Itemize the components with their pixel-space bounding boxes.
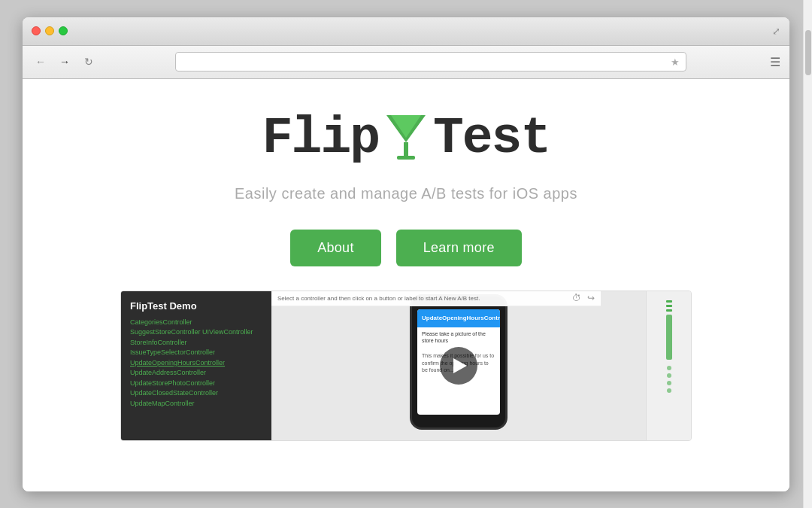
video-right-panel [646,291,691,440]
indicator-2 [666,305,672,307]
video-title: FlipTest Demo [130,300,262,312]
maximize-button[interactable] [59,26,68,35]
phone-screen-title: UpdateOpeningHoursController [422,315,500,321]
dot-3 [667,381,671,385]
logo-container: Flip Test [262,109,550,167]
logo-test-text: Test [433,109,550,167]
logo-flip-text: Flip [262,109,379,167]
martini-glass-icon [383,109,429,166]
instruction-text: Select a controller and then click on a … [277,295,480,302]
buttons-row: About Learn more [290,230,522,266]
page-content: Flip Test Easily create and manage A/B t… [23,79,789,441]
phone-screen-header: UpdateOpeningHoursController [417,309,500,327]
bookmark-icon[interactable]: ★ [671,56,680,68]
svg-rect-1 [404,142,408,156]
url-input[interactable] [182,56,671,67]
reload-button[interactable]: ↻ [80,53,98,71]
indicator-3 [666,309,672,312]
video-description: CategoriesController SuggestStoreControl… [130,318,262,409]
video-left-panel: FlipTest Demo CategoriesController Sugge… [121,291,271,440]
learn-more-button[interactable]: Learn more [396,230,522,266]
play-button[interactable] [440,347,477,385]
back-button[interactable]: ← [32,53,50,71]
scrollbar-thumb [666,315,672,360]
svg-rect-2 [397,156,415,160]
scrollbar-dots [650,366,688,393]
play-triangle-icon [453,358,467,373]
browser-content: Flip Test Easily create and manage A/B t… [23,79,789,491]
clock-icon[interactable]: ⏱ [572,293,581,303]
video-section: FlipTest Demo CategoriesController Sugge… [120,291,692,441]
title-bar: ⤢ [23,17,789,46]
browser-window: ⤢ ← → ↻ ★ ☰ Flip [23,17,789,491]
minimize-button[interactable] [45,26,54,35]
dot-4 [667,388,671,393]
toolbar: ← → ↻ ★ ☰ [23,46,789,79]
share-icon[interactable]: ↪ [587,293,595,303]
dot-2 [667,373,671,378]
about-button[interactable]: About [290,230,381,266]
close-button[interactable] [32,26,41,35]
indicator-1 [666,300,672,303]
video-main[interactable]: Select a controller and then click on a … [271,291,646,440]
expand-icon[interactable]: ⤢ [772,26,780,37]
dot-1 [667,366,671,370]
traffic-lights [32,26,68,35]
video-instruction-bar: Select a controller and then click on a … [271,291,601,306]
sidebar-indicators [650,297,688,312]
address-bar[interactable]: ★ [175,52,686,71]
forward-button[interactable]: → [56,53,74,71]
menu-icon[interactable]: ☰ [770,55,780,69]
tagline: Easily create and manage A/B tests for i… [235,185,577,202]
